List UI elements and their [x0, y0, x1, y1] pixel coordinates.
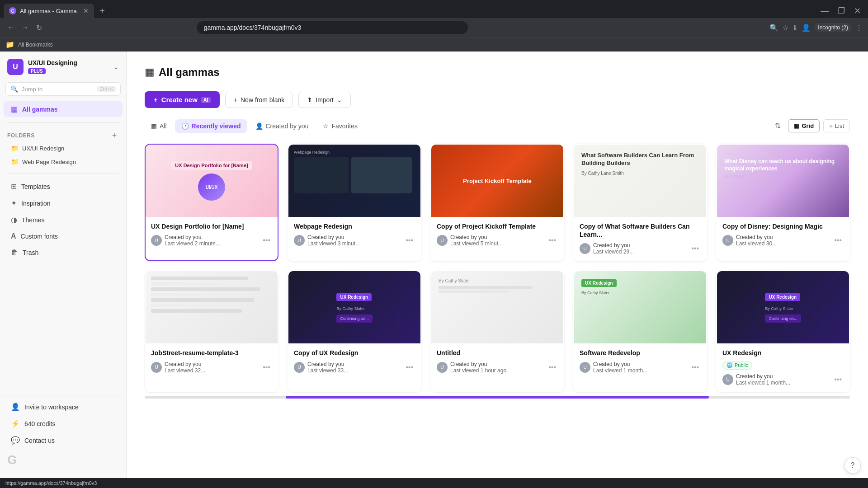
- import-button[interactable]: ⬆ Import ⌄: [298, 92, 351, 108]
- workspace-header[interactable]: U UX/UI Designing PLUS ⌄: [0, 59, 126, 82]
- card-more-button[interactable]: •••: [832, 375, 844, 385]
- author-name: Created by you: [165, 361, 205, 367]
- card-more-button[interactable]: •••: [404, 235, 415, 245]
- bookmarks-bar: 📁 All Bookmarks: [0, 37, 868, 52]
- last-viewed: Last viewed 33...: [307, 367, 348, 374]
- new-from-blank-label: New from blank: [241, 96, 284, 103]
- folder-item-web-redesign[interactable]: 📁 Web Page Redesign: [4, 155, 123, 168]
- author-name: Created by you: [450, 361, 506, 367]
- card-more-button[interactable]: •••: [261, 235, 272, 245]
- star-icon[interactable]: ☆: [782, 23, 788, 32]
- minimize-button[interactable]: —: [817, 5, 832, 18]
- author-info: Created by you Last viewed 1 month...: [593, 361, 647, 374]
- chevron-down-icon: ⌄: [113, 63, 119, 70]
- lens-icon[interactable]: 🔍: [769, 23, 778, 32]
- card-ux-redesign[interactable]: UX Redesign By Cathy Slater Continuing o…: [716, 270, 850, 392]
- card-meta: U Created by you Last viewed 30... •••: [722, 234, 844, 247]
- back-button[interactable]: ←: [5, 22, 16, 33]
- author-info: Created by you Last viewed 3 minut...: [307, 234, 360, 247]
- card-thumbnail: What Software Builders Can Learn From Bu…: [574, 145, 706, 217]
- card-disney[interactable]: Disney Designing Magic What Disney can t…: [716, 144, 850, 261]
- avatar: U: [580, 362, 590, 373]
- filter-recently-button[interactable]: 🕐 Recently viewed: [175, 119, 247, 133]
- card-webpage[interactable]: Webpage Redesign Webpage Redesign U: [288, 144, 421, 261]
- scroll-thumb[interactable]: [286, 396, 709, 399]
- sidebar-item-templates[interactable]: ⊞ Templates: [4, 178, 123, 194]
- sidebar-item-invite[interactable]: 👤 Invite to workspace: [4, 399, 123, 415]
- card-more-button[interactable]: •••: [547, 235, 558, 245]
- sidebar-item-credits[interactable]: ⚡ 640 credits: [4, 416, 123, 432]
- workspace-badge: PLUS: [28, 68, 46, 74]
- card-more-button[interactable]: •••: [832, 235, 844, 245]
- list-view-icon: ≡: [829, 122, 833, 129]
- create-new-button[interactable]: + Create new AI: [145, 91, 220, 108]
- card-body: Copy of Disney: Designing Magic U Create…: [717, 217, 849, 252]
- folder-item-ux-redesign[interactable]: 📁 UX/UI Redesign: [4, 142, 123, 155]
- card-thumbnail: Project Kickoff Template: [431, 145, 563, 217]
- card-thumbnail: UX Design Portfolio for [Name] UI/UX: [146, 145, 278, 217]
- menu-icon[interactable]: ⋮: [855, 23, 863, 32]
- sidebar-item-themes[interactable]: ◑ Themes: [4, 212, 123, 228]
- author-name: Created by you: [450, 234, 503, 240]
- card-more-button[interactable]: •••: [404, 362, 415, 372]
- card-more-button[interactable]: •••: [547, 362, 558, 372]
- sidebar-item-custom-fonts[interactable]: A Custom fonts: [4, 229, 123, 244]
- maximize-button[interactable]: ❐: [834, 4, 849, 18]
- author-name: Created by you: [307, 234, 360, 240]
- card-more-button[interactable]: •••: [261, 362, 272, 372]
- card-meta: U Created by you Last viewed 3 minut... …: [294, 234, 415, 247]
- card-author: U Created by you Last viewed 1 hour ago: [437, 361, 506, 374]
- address-input[interactable]: [197, 21, 468, 34]
- active-tab[interactable]: G All gammas - Gamma ✕: [4, 4, 94, 18]
- card-more-button[interactable]: •••: [689, 362, 701, 372]
- card-software[interactable]: What Software Builders Can Learn From Bu…: [573, 144, 707, 261]
- tab-close-button[interactable]: ✕: [83, 7, 89, 14]
- new-from-blank-button[interactable]: + New from blank: [225, 92, 293, 108]
- card-body: Webpage Redesign U Created by you Last v…: [288, 217, 420, 252]
- filter-all-button[interactable]: ▦ All: [145, 119, 173, 133]
- grid-view-button[interactable]: ▦ Grid: [788, 119, 820, 132]
- card-kickoff[interactable]: Project Kickoff Template Copy of Project…: [430, 144, 564, 261]
- search-box[interactable]: 🔍 Jump to Ctrl+K: [5, 82, 121, 96]
- avatar: U: [294, 235, 305, 246]
- help-button[interactable]: ?: [844, 457, 861, 474]
- public-badge: 🌐 Public: [722, 361, 752, 370]
- profile-icon[interactable]: 👤: [802, 23, 811, 32]
- card-software-red[interactable]: UX Redesign By Cathy Slater Software Red…: [573, 270, 707, 392]
- filter-favorites-button[interactable]: ☆ Favorites: [316, 119, 364, 133]
- last-viewed: Last viewed 1 hour ago: [450, 367, 506, 374]
- sidebar-item-trash[interactable]: 🗑 Trash: [4, 245, 123, 260]
- filter-created-button[interactable]: 👤 Created by you: [249, 119, 315, 133]
- tab-favicon: G: [9, 7, 16, 14]
- close-button[interactable]: ✕: [850, 4, 864, 18]
- add-folder-button[interactable]: +: [110, 131, 119, 140]
- page-title-row: ▦ All gammas: [145, 66, 850, 79]
- card-more-button[interactable]: •••: [689, 244, 701, 253]
- sort-button[interactable]: ⇅: [771, 119, 784, 133]
- sidebar-item-all-gammas[interactable]: ▦ All gammas: [4, 101, 123, 117]
- author-name: Created by you: [736, 234, 777, 240]
- import-label: Import: [316, 96, 334, 103]
- grid-view-label: Grid: [802, 122, 814, 129]
- filter-favorites-label: Favorites: [331, 122, 358, 130]
- folder-label: UX/UI Redesign: [22, 145, 64, 152]
- new-tab-button[interactable]: +: [96, 5, 108, 17]
- bookmarks-label[interactable]: All Bookmarks: [18, 42, 53, 48]
- card-jobstreet[interactable]: JobStreet-resume-template-3 U Created by…: [145, 270, 278, 392]
- search-placeholder-text: Jump to: [22, 86, 94, 93]
- download-icon[interactable]: ⇓: [792, 23, 798, 32]
- gamma-logo: G: [7, 453, 17, 467]
- card-grid-row2: JobStreet-resume-template-3 U Created by…: [145, 270, 850, 392]
- card-copy-ux[interactable]: UX Redesign By Cathy Slater Continuing o…: [288, 270, 421, 392]
- incognito-badge[interactable]: Incognito (2): [814, 23, 852, 32]
- last-viewed: Last viewed 29...: [593, 249, 634, 255]
- sidebar-item-contact[interactable]: 💬 Contact us: [4, 432, 123, 448]
- trash-icon: 🗑: [11, 249, 18, 257]
- card-ux-portfolio[interactable]: UX Design Portfolio for [Name] UI/UX UX …: [145, 144, 278, 261]
- forward-button[interactable]: →: [20, 22, 31, 33]
- avatar: U: [580, 243, 590, 254]
- sidebar-item-inspiration[interactable]: ✦ Inspiration: [4, 195, 123, 211]
- list-view-button[interactable]: ≡ List: [823, 119, 850, 132]
- card-untitled[interactable]: By Cathy Slater Untitled U Created by yo…: [430, 270, 564, 392]
- reload-button[interactable]: ↻: [34, 22, 44, 34]
